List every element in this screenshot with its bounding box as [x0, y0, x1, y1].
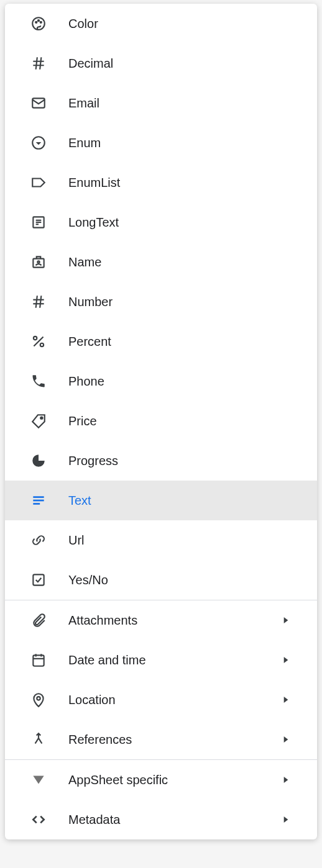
svg-rect-27 — [33, 574, 44, 585]
svg-point-21 — [34, 337, 37, 340]
svg-point-1 — [35, 22, 37, 23]
menu-item-percent[interactable]: Percent — [5, 322, 317, 361]
svg-point-2 — [38, 20, 39, 21]
svg-line-6 — [36, 57, 37, 70]
menu-item-label: Enum — [68, 136, 292, 150]
menu-item-number[interactable]: Number — [5, 282, 317, 322]
chevron-right-icon — [280, 733, 292, 746]
menu-group-datetime[interactable]: Date and time — [5, 640, 317, 680]
chevron-right-icon — [280, 774, 292, 786]
svg-point-22 — [40, 343, 44, 346]
svg-rect-29 — [33, 655, 44, 666]
chevron-right-icon — [280, 654, 292, 666]
svg-point-3 — [40, 22, 42, 23]
code-icon — [30, 811, 47, 828]
menu-item-decimal[interactable]: Decimal — [5, 43, 317, 83]
type-menu: Color Decimal Email Enum EnumList LongTe… — [5, 4, 317, 839]
menu-item-text[interactable]: Text — [5, 481, 317, 520]
link-icon — [30, 531, 47, 549]
svg-line-18 — [36, 296, 37, 308]
menu-item-label: Url — [68, 533, 292, 548]
location-pin-icon — [30, 691, 47, 708]
menu-item-label: Number — [68, 295, 292, 309]
svg-marker-37 — [33, 776, 44, 784]
menu-item-label: Name — [68, 255, 292, 269]
circle-chevron-icon — [30, 134, 47, 151]
svg-point-23 — [40, 417, 42, 419]
appsheet-logo-icon — [30, 771, 47, 789]
chevron-right-icon — [280, 813, 292, 826]
menu-group-location[interactable]: Location — [5, 680, 317, 720]
price-tag-icon — [30, 412, 47, 430]
menu-item-label: Percent — [68, 335, 292, 349]
menu-group-attachments[interactable]: Attachments — [5, 600, 317, 640]
merge-icon — [30, 731, 47, 748]
menu-item-label: Decimal — [68, 57, 292, 71]
menu-item-enum[interactable]: Enum — [5, 123, 317, 163]
menu-item-price[interactable]: Price — [5, 401, 317, 441]
menu-item-name[interactable]: Name — [5, 242, 317, 282]
menu-item-label: References — [68, 733, 280, 747]
menu-item-label: Email — [68, 96, 292, 111]
svg-marker-33 — [284, 657, 288, 663]
tag-outline-icon — [30, 174, 47, 191]
menu-item-label: Yes/No — [68, 573, 292, 587]
menu-item-label: LongText — [68, 215, 292, 230]
svg-marker-35 — [284, 697, 288, 703]
menu-item-phone[interactable]: Phone — [5, 361, 317, 401]
badge-icon — [30, 253, 47, 271]
menu-item-longtext[interactable]: LongText — [5, 202, 317, 242]
percent-icon — [30, 333, 47, 350]
menu-item-color[interactable]: Color — [5, 4, 317, 43]
menu-item-label: Text — [68, 494, 292, 508]
calendar-icon — [30, 651, 47, 669]
svg-line-19 — [40, 296, 41, 308]
menu-item-label: Metadata — [68, 813, 280, 827]
svg-marker-38 — [284, 777, 288, 783]
menu-item-email[interactable]: Email — [5, 83, 317, 123]
hash-icon — [30, 293, 47, 310]
menu-item-label: Price — [68, 414, 292, 428]
email-icon — [30, 94, 47, 112]
menu-item-enumlist[interactable]: EnumList — [5, 163, 317, 202]
svg-line-20 — [34, 337, 43, 346]
hash-icon — [30, 55, 47, 72]
svg-marker-36 — [284, 736, 288, 743]
menu-group-references[interactable]: References — [5, 720, 317, 759]
svg-line-7 — [40, 57, 41, 70]
menu-group-appsheet[interactable]: AppSheet specific — [5, 760, 317, 800]
menu-item-label: Attachments — [68, 613, 280, 628]
phone-icon — [30, 373, 47, 390]
chevron-right-icon — [280, 694, 292, 706]
palette-icon — [30, 15, 47, 32]
menu-item-label: Progress — [68, 454, 292, 468]
menu-item-label: EnumList — [68, 176, 292, 190]
menu-item-label: Color — [68, 17, 292, 31]
chevron-right-icon — [280, 614, 292, 626]
menu-item-label: Location — [68, 693, 280, 707]
svg-marker-39 — [284, 816, 288, 823]
menu-item-progress[interactable]: Progress — [5, 441, 317, 481]
svg-point-15 — [37, 261, 39, 263]
pie-chart-icon — [30, 452, 47, 469]
text-lines-icon — [30, 492, 47, 509]
svg-point-34 — [37, 697, 40, 700]
menu-item-yesno[interactable]: Yes/No — [5, 560, 317, 600]
menu-item-label: AppSheet specific — [68, 773, 280, 787]
menu-item-label: Date and time — [68, 653, 280, 667]
menu-item-label: Phone — [68, 374, 292, 389]
menu-group-metadata[interactable]: Metadata — [5, 800, 317, 839]
svg-marker-28 — [284, 617, 288, 623]
checkbox-icon — [30, 571, 47, 589]
document-icon — [30, 214, 47, 231]
menu-item-url[interactable]: Url — [5, 520, 317, 560]
attachment-icon — [30, 612, 47, 629]
